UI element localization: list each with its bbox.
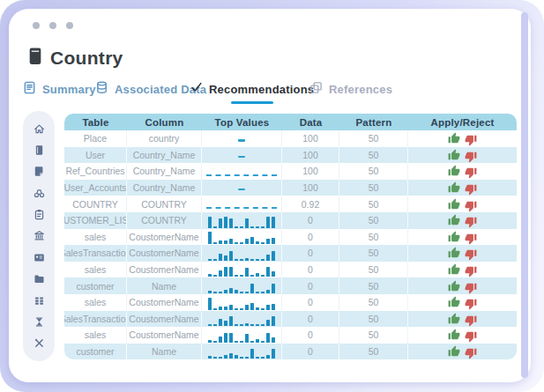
window-control-dot[interactable] (49, 22, 56, 29)
cell-data: 0 (282, 294, 339, 311)
hourglass-icon[interactable] (33, 316, 45, 329)
mini-bar-chart (208, 247, 275, 261)
tab-recommendations[interactable]: Recommendations (190, 81, 314, 97)
thumbs-up-icon[interactable] (448, 329, 460, 341)
thumbs-up-icon[interactable] (448, 345, 460, 358)
clipboard-icon[interactable] (33, 209, 45, 221)
thumbs-up-icon[interactable] (448, 149, 460, 161)
thumbs-down-icon[interactable] (465, 327, 477, 343)
cell-apply-reject (408, 130, 517, 147)
journal-icon[interactable] (33, 166, 45, 178)
cell-data: 100 (282, 163, 339, 180)
mini-bar-chart (208, 279, 275, 293)
cell-top-values (202, 344, 282, 360)
scrollbar[interactable] (521, 12, 528, 378)
bar (240, 275, 243, 277)
cell-table-name: COUNTRY (64, 196, 127, 212)
bar (213, 259, 217, 261)
bar (208, 217, 212, 228)
recommendations-table: TableColumnTop ValuesDataPatternApply/Re… (64, 114, 517, 359)
cell-data: 0.92 (282, 196, 339, 212)
bar (272, 238, 275, 244)
thumbs-up-icon[interactable] (448, 198, 460, 211)
column-header: Top Values (202, 114, 282, 130)
bar (245, 268, 249, 277)
thumbs-up-icon[interactable] (448, 214, 460, 226)
bar (224, 307, 227, 310)
thumbs-down-icon[interactable] (465, 180, 477, 196)
window-control-dot[interactable] (66, 22, 73, 29)
mini-bar-chart (208, 263, 275, 277)
thumbs-up-icon[interactable] (448, 313, 460, 325)
window-frame: Country SummaryAssociated DataRecommenda… (0, 0, 544, 392)
folder-icon[interactable] (33, 273, 45, 285)
tab-references[interactable]: References (309, 81, 392, 98)
thumbs-down-icon[interactable] (465, 311, 477, 327)
bar (208, 274, 212, 277)
thumbs-up-icon[interactable] (448, 165, 460, 177)
cell-column-name: COUNTRY (127, 196, 202, 212)
dashed-line (206, 174, 277, 176)
bank-icon[interactable] (33, 230, 45, 242)
column-header: Data (282, 114, 339, 130)
thumbs-down-icon[interactable] (465, 147, 477, 163)
thumbs-up-icon[interactable] (448, 296, 460, 308)
grid-icon[interactable] (33, 294, 45, 307)
thumbs-down-icon[interactable] (465, 294, 477, 310)
cell-table-name: sales (64, 229, 127, 246)
thumbs-up-icon[interactable] (448, 247, 460, 259)
thumbs-down-icon[interactable] (465, 245, 477, 261)
thumbs-up-icon[interactable] (448, 231, 460, 243)
book-icon (28, 48, 42, 69)
thumbs-up-icon[interactable] (448, 181, 460, 194)
cell-data: 100 (282, 147, 339, 164)
table-row: salesCoustomerName050 (64, 327, 517, 344)
cell-column-name: CoustomerName (127, 327, 202, 344)
thumbs-down-icon[interactable] (465, 344, 477, 359)
cell-apply-reject (408, 163, 517, 180)
thumbs-up-icon[interactable] (448, 263, 460, 276)
cell-table-name: User (64, 147, 127, 164)
tab-label: References (329, 83, 392, 96)
page-title: Country (50, 48, 123, 69)
tools-icon[interactable] (33, 337, 45, 350)
thumbs-down-icon[interactable] (465, 212, 477, 228)
bar (224, 240, 227, 244)
bar (261, 357, 265, 359)
cell-apply-reject (408, 311, 517, 328)
thumbs-down-icon[interactable] (465, 278, 477, 294)
bar (235, 290, 238, 293)
bar (245, 258, 249, 261)
home-icon[interactable] (33, 122, 45, 135)
cell-top-values (202, 147, 282, 164)
thumbs-down-icon[interactable] (465, 130, 477, 146)
id-card-icon[interactable] (33, 251, 45, 263)
column-header: Pattern (339, 114, 408, 130)
bar (256, 324, 259, 326)
tab-label: Recommendations (209, 83, 314, 96)
tab-summary[interactable]: Summary (23, 81, 96, 98)
sidebar (23, 111, 55, 361)
bar (250, 284, 254, 293)
table-row: COUNTRYCOUNTRY0.9250 (64, 196, 517, 212)
thumbs-down-icon[interactable] (465, 163, 477, 179)
thumbs-down-icon[interactable] (465, 196, 477, 212)
cell-pattern: 50 (339, 196, 408, 212)
thumbs-up-icon[interactable] (448, 132, 460, 144)
bar (240, 324, 243, 326)
cell-top-values (202, 212, 282, 229)
cell-column-name: CoustomerName (127, 262, 202, 278)
book-icon[interactable] (33, 144, 45, 156)
bar (245, 357, 249, 359)
bar (235, 242, 238, 244)
thumbs-up-icon[interactable] (448, 280, 460, 292)
cell-column-name: Country_Name (127, 147, 202, 164)
thumbs-down-icon[interactable] (465, 262, 477, 277)
window-control-dot[interactable] (33, 22, 40, 29)
bar (213, 324, 217, 326)
bar (229, 305, 233, 310)
binoculars-icon[interactable] (33, 187, 45, 199)
thumbs-down-icon[interactable] (465, 229, 477, 245)
cell-pattern: 50 (339, 130, 408, 147)
cell-pattern: 50 (339, 327, 408, 344)
